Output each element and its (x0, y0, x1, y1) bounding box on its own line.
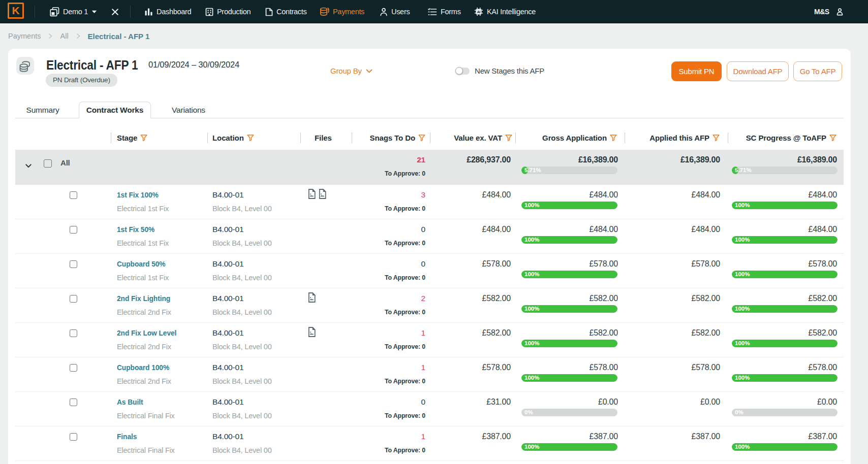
svg-text:AI: AI (477, 10, 481, 14)
